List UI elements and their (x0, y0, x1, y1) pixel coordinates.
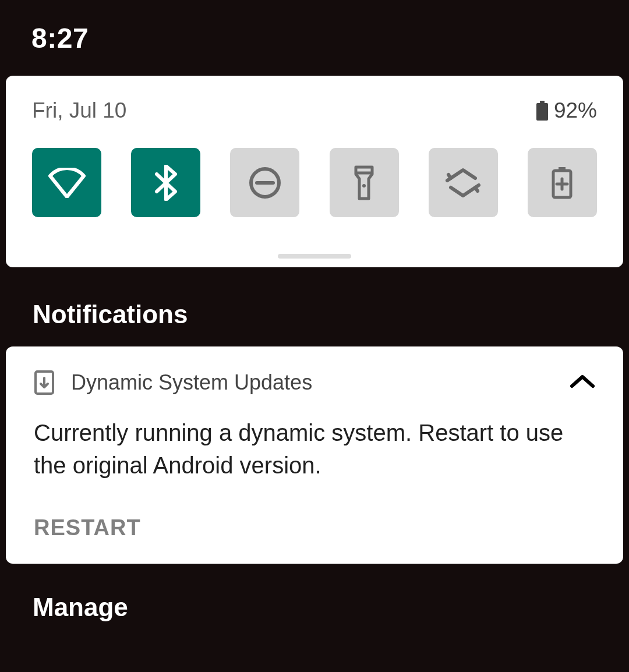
tile-bluetooth[interactable] (131, 148, 200, 217)
auto-rotate-icon (445, 168, 481, 198)
quick-settings-panel: Fri, Jul 10 92% (6, 76, 623, 267)
wifi-icon (48, 168, 86, 198)
svg-point-3 (362, 184, 366, 188)
tile-flashlight[interactable] (330, 148, 399, 217)
notifications-header: Notifications (0, 267, 629, 329)
drag-handle[interactable] (278, 254, 351, 259)
notification-app-name: Dynamic System Updates (71, 370, 312, 395)
tile-dnd[interactable] (230, 148, 299, 217)
battery-saver-icon (551, 166, 573, 200)
date-label: Fri, Jul 10 (32, 98, 126, 123)
svg-rect-5 (559, 167, 566, 171)
qs-header: Fri, Jul 10 92% (32, 93, 597, 128)
manage-button[interactable]: Manage (0, 564, 629, 622)
chevron-up-icon (570, 373, 595, 390)
system-update-icon (34, 370, 55, 395)
clock: 8:27 (31, 22, 89, 54)
bluetooth-icon (154, 165, 178, 201)
status-bar: 8:27 (0, 0, 629, 76)
tile-wifi[interactable] (32, 148, 101, 217)
qs-tiles (32, 148, 597, 217)
notification-body: Currently running a dynamic system. Rest… (34, 416, 595, 482)
tile-battery-saver[interactable] (528, 148, 597, 217)
tile-auto-rotate[interactable] (429, 148, 498, 217)
notification-card[interactable]: Dynamic System Updates Currently running… (6, 346, 623, 564)
dnd-icon (249, 167, 281, 199)
battery-icon (536, 101, 548, 121)
notification-header: Dynamic System Updates (34, 370, 595, 395)
battery-status: 92% (536, 98, 597, 123)
battery-percent: 92% (554, 98, 597, 123)
flashlight-icon (352, 165, 376, 201)
collapse-button[interactable] (570, 373, 595, 392)
restart-button[interactable]: RESTART (34, 515, 141, 540)
